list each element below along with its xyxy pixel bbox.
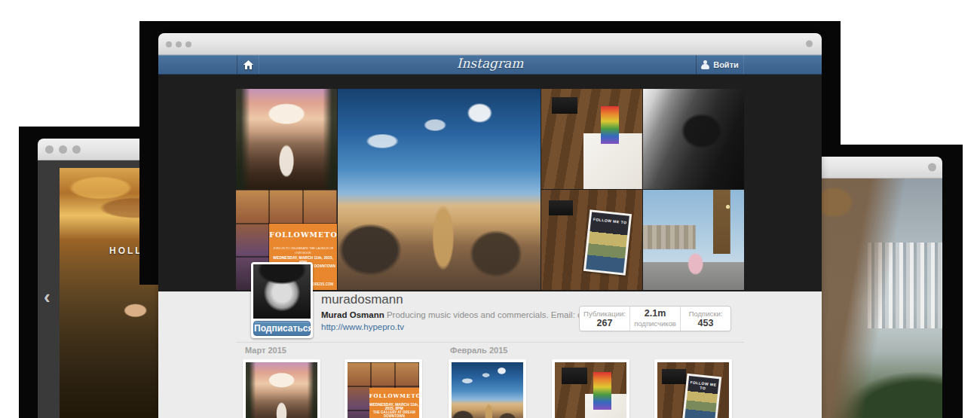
collage-tile-big-ben[interactable] [643,190,744,290]
main-browser-window: Instagram Войти FOLLOWMETO JOIN US TO CE… [158,33,822,418]
poster-line: WEDNESDAY, MARCH 11th, 2015, 8PM [369,403,420,410]
poster-line: THE GALLERY AT DREAM DOWNTOWN [369,410,420,418]
window-dot-icon[interactable] [59,145,67,154]
instagram-navbar: Instagram Войти [158,55,822,75]
collage-tile-camera-book[interactable] [541,89,642,189]
profile-bio: Murad Osmann Producing music videos and … [321,310,583,319]
collage-tile-bw-man[interactable] [643,89,744,189]
window-dot-icon[interactable] [72,145,81,154]
avatar [253,264,311,319]
stat-value: 2.1m [645,309,666,319]
stat-value: 453 [698,319,714,328]
window-dot-icon[interactable] [928,163,936,172]
poster-title: FOLLOWMETO [269,230,337,239]
stat-label: подписчиков [634,319,676,328]
mini-caption: FOLLOW ME TO [591,217,629,225]
poster-title: FOLLOWMETO [369,392,420,399]
window-dot-icon[interactable] [185,41,191,47]
feed-thumb-camera-collage[interactable]: FOLLOW ME TO [654,359,732,418]
main-window-titlebar [158,33,822,55]
collage-tile-taj-mahal[interactable] [236,89,337,189]
profile-stats-box: Публикации: 267 2.1m подписчиков Подписк… [579,306,731,331]
stat-posts: Публикации: 267 [580,307,629,331]
right-window-titlebar [822,157,942,178]
window-control-dots [166,33,191,55]
photo-frame: FOLLOW ME TO [583,210,632,276]
avatar-card: Подписаться [251,262,313,338]
feed-thumb-followmeto-poster[interactable]: FOLLOWMETO WEDNESDAY, MARCH 11th, 2015, … [345,359,422,418]
collage-tile-camera-collage[interactable]: FOLLOW ME TO [541,190,642,290]
mini-caption: FOLLOW ME TO [688,380,719,392]
stat-following: Подписки: 453 [680,307,730,331]
login-button[interactable]: Войти [696,55,744,74]
followmeto-poster: FOLLOWMETO WEDNESDAY, MARCH 11th, 2015, … [369,388,420,418]
stat-followers: 2.1m подписчиков [629,307,680,331]
window-control-dots [45,139,81,160]
window-dot-icon[interactable] [806,41,813,47]
chevron-left-icon[interactable]: ‹ [44,287,51,307]
stat-value: 267 [597,319,613,328]
feed-thumb-taj-mahal[interactable] [243,359,320,418]
screenshot-canvas: ‹ HOLLYWOOD [0,0,980,418]
collage-tile-elephants[interactable] [338,89,541,290]
feed-thumb-elephants[interactable] [449,359,526,418]
window-dot-icon[interactable] [45,145,54,154]
right-browser-window [822,157,942,418]
feed-divider [236,342,744,343]
profile-website-link[interactable]: http://www.hypepro.tv [321,322,404,331]
profile-photo-collage: FOLLOWMETO JOIN US TO CELEBRATE THE LAUN… [236,89,744,290]
profile-bio-text: Producing music videos and commercials. … [387,310,583,319]
profile-username: muradosmann [321,292,403,307]
login-label: Войти [713,60,739,69]
photo-frame: FOLLOW ME TO [682,374,721,418]
hong-kong-photo [822,178,942,418]
feed-month-label: Февраль 2015 [450,346,507,355]
follow-button[interactable]: Подписаться [253,321,311,336]
user-icon [701,60,709,69]
window-dot-icon[interactable] [176,41,182,47]
window-dot-icon[interactable] [166,41,172,47]
poster-line: JOIN US TO CELEBRATE THE LAUNCH OF OUR B… [269,246,337,255]
feed-thumb-camera-book[interactable] [552,359,629,418]
feed-month-label: Март 2015 [245,346,286,355]
profile-display-name: Murad Osmann [321,310,384,319]
